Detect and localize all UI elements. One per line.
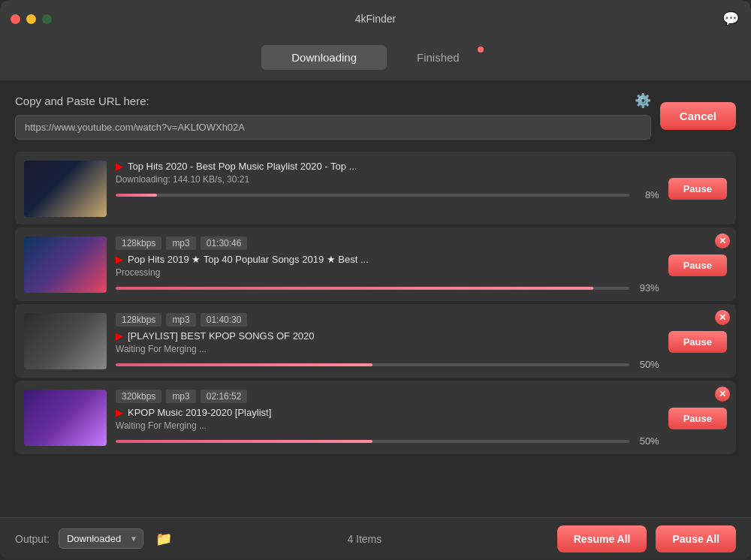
output-select[interactable]: Downloaded: [59, 528, 143, 549]
progress-percent: 93%: [635, 282, 659, 294]
pause-button[interactable]: Pause: [668, 178, 727, 200]
pause-button[interactable]: Pause: [668, 331, 727, 353]
thumb-image: [24, 313, 107, 369]
close-item-button[interactable]: ✕: [715, 233, 730, 248]
progress-bar-fill: [116, 287, 593, 290]
url-input[interactable]: [15, 115, 651, 140]
bitrate-tag: 128kbps: [116, 236, 161, 250]
duration-tag: 02:16:52: [201, 390, 248, 403]
item-title-row: ▶ KPOP Music 2019-2020 [Playlist]: [116, 407, 659, 418]
item-title: Pop Hits 2019 ★ Top 40 Popular Songs 201…: [128, 254, 659, 265]
item-meta-tags: 128kbps mp3 01:30:46: [116, 236, 659, 250]
thumb-image: [24, 236, 107, 293]
resume-all-button[interactable]: Resume All: [557, 525, 647, 552]
download-item: 128kbps mp3 01:30:46 ▶ Pop Hits 2019 ★ T…: [15, 227, 736, 301]
item-thumbnail: [24, 236, 107, 293]
progress-bar-fill: [116, 440, 372, 443]
url-label: Copy and Paste URL here:: [15, 95, 149, 107]
progress-percent: 8%: [635, 189, 659, 200]
item-title-row: ▶ Pop Hits 2019 ★ Top 40 Popular Songs 2…: [116, 254, 659, 265]
youtube-icon: ▶: [116, 407, 123, 418]
progress-bar-fill: [116, 363, 372, 366]
close-item-button[interactable]: ✕: [715, 310, 730, 325]
youtube-icon: ▶: [116, 254, 123, 265]
download-item: ▶ Top Hits 2020 - Best Pop Music Playlis…: [15, 152, 736, 224]
youtube-icon: ▶: [116, 161, 123, 172]
progress-row: 93%: [116, 282, 659, 294]
progress-bar-fill: [116, 194, 157, 197]
item-title: Top Hits 2020 - Best Pop Music Playlist …: [128, 161, 659, 172]
thumb-image: [24, 390, 107, 446]
item-status: Downloading: 144.10 KB/s, 30:21: [116, 174, 659, 185]
duration-tag: 01:40:30: [201, 313, 248, 327]
download-item: 128kbps mp3 01:40:30 ▶ [PLAYLIST] BEST K…: [15, 304, 736, 378]
main-content: Copy and Paste URL here: ⚙️ Cancel ▶ Top…: [0, 80, 751, 517]
minimize-button[interactable]: [26, 14, 36, 24]
output-select-wrapper: Downloaded ▼: [59, 528, 143, 549]
pause-all-button[interactable]: Pause All: [656, 525, 736, 552]
item-info: 128kbps mp3 01:40:30 ▶ [PLAYLIST] BEST K…: [116, 313, 659, 370]
items-count: 4 Items: [181, 533, 548, 545]
app-title: 4kFinder: [355, 13, 396, 25]
progress-percent: 50%: [635, 359, 659, 370]
item-meta-tags: 320kbps mp3 02:16:52: [116, 390, 659, 403]
format-tag: mp3: [166, 390, 195, 403]
item-status: Processing: [116, 267, 659, 278]
tab-finished-label: Finished: [417, 51, 460, 64]
title-bar: 4kFinder 💬: [0, 0, 751, 38]
loader-icon: ⚙️: [635, 92, 651, 109]
cancel-button[interactable]: Cancel: [660, 102, 736, 130]
progress-bar-bg: [116, 287, 629, 290]
bitrate-tag: 128kbps: [116, 313, 161, 327]
duration-tag: 01:30:46: [201, 236, 248, 250]
main-wrapper: Copy and Paste URL here: ⚙️ Cancel ▶ Top…: [0, 80, 751, 517]
progress-row: 8%: [116, 189, 659, 200]
item-title: [PLAYLIST] BEST KPOP SONGS OF 2020: [128, 330, 659, 342]
progress-bar-bg: [116, 440, 629, 443]
item-thumbnail: [24, 313, 107, 369]
progress-row: 50%: [116, 435, 659, 447]
download-list: ▶ Top Hits 2020 - Best Pop Music Playlis…: [15, 152, 736, 454]
progress-bar-bg: [116, 194, 629, 197]
progress-percent: 50%: [635, 435, 659, 447]
close-item-button[interactable]: ✕: [715, 387, 730, 402]
pause-button[interactable]: Pause: [668, 408, 727, 429]
progress-row: 50%: [116, 359, 659, 370]
download-item: 320kbps mp3 02:16:52 ▶ KPOP Music 2019-2…: [15, 381, 736, 454]
item-title: KPOP Music 2019-2020 [Playlist]: [128, 407, 659, 418]
item-status: Waiting For Merging ...: [116, 420, 659, 431]
finished-badge: [478, 47, 484, 53]
chat-icon[interactable]: 💬: [722, 11, 739, 27]
item-status: Waiting For Merging ...: [116, 344, 659, 354]
item-thumbnail: [24, 390, 107, 446]
close-button[interactable]: [11, 14, 20, 24]
item-info: ▶ Top Hits 2020 - Best Pop Music Playlis…: [116, 161, 659, 217]
output-label: Output:: [15, 533, 50, 545]
url-section: Copy and Paste URL here: ⚙️ Cancel: [15, 92, 736, 140]
youtube-icon: ▶: [116, 330, 123, 342]
thumb-image: [24, 161, 107, 217]
tab-finished[interactable]: Finished: [387, 45, 490, 70]
traffic-lights: [11, 14, 52, 24]
format-tag: mp3: [166, 236, 195, 250]
format-tag: mp3: [166, 313, 195, 327]
item-title-row: ▶ Top Hits 2020 - Best Pop Music Playlis…: [116, 161, 659, 172]
tabs-area: Downloading Finished: [0, 38, 751, 80]
item-title-row: ▶ [PLAYLIST] BEST KPOP SONGS OF 2020: [116, 330, 659, 342]
item-info: 128kbps mp3 01:30:46 ▶ Pop Hits 2019 ★ T…: [116, 236, 659, 294]
item-actions: Pause: [668, 161, 727, 217]
maximize-button[interactable]: [42, 14, 52, 24]
bitrate-tag: 320kbps: [116, 390, 161, 403]
tab-downloading[interactable]: Downloading: [261, 45, 387, 70]
item-meta-tags: 128kbps mp3 01:40:30: [116, 313, 659, 327]
item-thumbnail: [24, 161, 107, 217]
item-info: 320kbps mp3 02:16:52 ▶ KPOP Music 2019-2…: [116, 390, 659, 447]
progress-bar-bg: [116, 363, 629, 366]
pause-button[interactable]: Pause: [668, 254, 727, 276]
bottom-bar: Output: Downloaded ▼ 📁 4 Items Resume Al…: [0, 517, 751, 559]
folder-icon[interactable]: 📁: [155, 531, 172, 547]
